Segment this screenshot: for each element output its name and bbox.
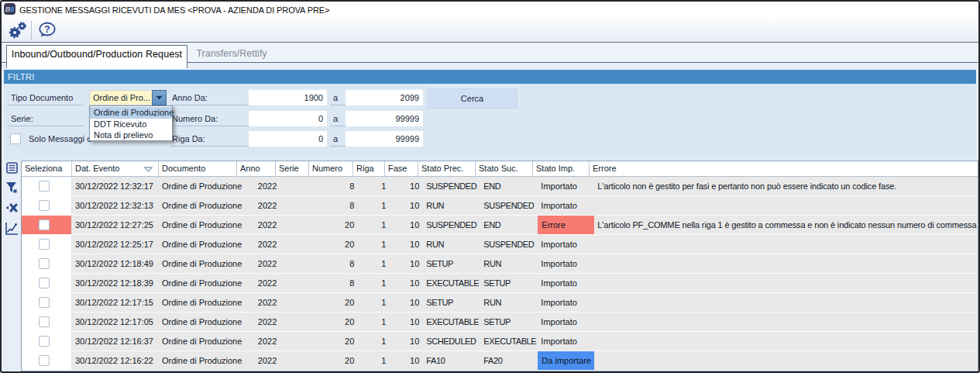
row-checkbox[interactable] bbox=[39, 181, 50, 192]
cell-documento: Ordine di Produzione bbox=[159, 293, 242, 312]
row-checkbox[interactable] bbox=[39, 297, 50, 308]
cell-anno: 2022 bbox=[242, 177, 280, 195]
toolbar-separator bbox=[31, 21, 32, 40]
row-checkbox[interactable] bbox=[39, 316, 50, 327]
numero-a-input[interactable]: 99999 bbox=[346, 111, 423, 126]
column-header-stato-prec[interactable]: Stato Prec. bbox=[418, 161, 476, 177]
cell-numero: 20 bbox=[314, 235, 358, 254]
row-select-cell bbox=[22, 235, 72, 254]
grid-row[interactable]: 30/12/2022 12:17:05Ordine di Produzione2… bbox=[22, 313, 978, 332]
riga-da-label: Riga Da: bbox=[170, 131, 249, 147]
cell-stato-prec: RUN bbox=[423, 196, 480, 215]
column-header-riga[interactable]: Riga bbox=[353, 161, 385, 177]
column-header-numero[interactable]: Numero bbox=[309, 161, 353, 177]
riga-a-input[interactable]: 99999 bbox=[346, 131, 423, 147]
grid-row[interactable]: 30/12/2022 12:16:22Ordine di Produzione2… bbox=[22, 351, 978, 371]
cell-stato-prec: FA10 bbox=[423, 351, 480, 370]
cell-documento: Ordine di Produzione bbox=[159, 177, 242, 195]
status-badge: Errore bbox=[538, 216, 594, 234]
cell-fase: 10 bbox=[390, 177, 423, 195]
grid-row[interactable]: 30/12/2022 12:32:17Ordine di Produzione2… bbox=[22, 177, 978, 196]
cell-serie bbox=[280, 196, 314, 215]
cell-stato-suc: END bbox=[480, 216, 538, 234]
anno-da-label: Anno Da: bbox=[170, 90, 249, 105]
clear-filter-button[interactable] bbox=[3, 199, 20, 216]
row-checkbox[interactable] bbox=[39, 278, 50, 288]
help-button[interactable]: ? bbox=[36, 21, 58, 40]
grid-row[interactable]: 30/12/2022 12:18:39Ordine di Produzione2… bbox=[22, 274, 978, 293]
grid-row[interactable]: 30/12/2022 12:16:37Ordine di Produzione2… bbox=[22, 332, 978, 351]
column-header-stato-imp[interactable]: Stato Imp. bbox=[533, 161, 590, 177]
cell-errore: L'articolo non è gestito per fasi e pert… bbox=[594, 177, 980, 195]
row-select-cell bbox=[22, 293, 72, 312]
chart-button[interactable] bbox=[3, 220, 20, 237]
cell-errore bbox=[594, 351, 980, 370]
dropdown-option[interactable]: Ordine di Produzione bbox=[90, 107, 172, 119]
cell-documento: Ordine di Produzione bbox=[159, 274, 242, 292]
column-header-dat-evento[interactable]: Dat. Evento bbox=[72, 161, 159, 177]
column-header-serie[interactable]: Serie bbox=[276, 161, 309, 177]
cell-errore bbox=[594, 274, 980, 292]
cell-documento: Ordine di Produzione bbox=[159, 254, 242, 273]
tipo-documento-dropdown: Ordine di ProduzioneDDT RicevutoNota di … bbox=[89, 105, 173, 141]
row-checkbox[interactable] bbox=[39, 200, 50, 211]
row-checkbox[interactable] bbox=[39, 336, 50, 347]
cell-riga: 1 bbox=[358, 254, 390, 273]
anno-a-input[interactable]: 2099 bbox=[346, 90, 423, 105]
settings-button[interactable] bbox=[6, 21, 28, 40]
cell-riga: 1 bbox=[358, 293, 390, 312]
numero-a-label: a bbox=[330, 111, 346, 126]
clear-filter-icon bbox=[5, 202, 18, 214]
column-header-anno[interactable]: Anno bbox=[237, 161, 276, 177]
cell-stato-imp: Errore bbox=[538, 216, 594, 234]
cell-dat-evento: 30/12/2022 12:32:13 bbox=[72, 196, 159, 215]
cell-fase: 10 bbox=[390, 235, 423, 254]
grid-row[interactable]: 30/12/2022 12:27:25Ordine di Produzione2… bbox=[22, 216, 978, 235]
column-header-documento[interactable]: Documento bbox=[159, 161, 237, 177]
cell-numero: 8 bbox=[314, 196, 358, 215]
anno-a-label: a bbox=[330, 90, 346, 105]
combo-dropdown-button[interactable] bbox=[152, 90, 167, 105]
column-header-errore[interactable]: Errore bbox=[590, 161, 978, 177]
row-checkbox[interactable] bbox=[39, 219, 50, 230]
messages-grid: SelezionaDat. EventoDocumentoAnnoSerieNu… bbox=[21, 161, 978, 371]
cell-documento: Ordine di Produzione bbox=[159, 351, 242, 370]
title-bar: B8 GESTIONE MESSAGGI RICEVUTI DA MES <PR… bbox=[2, 2, 978, 19]
column-header-seleziona[interactable]: Seleziona bbox=[22, 161, 72, 177]
cell-documento: Ordine di Produzione bbox=[159, 332, 242, 351]
numero-da-input[interactable]: 0 bbox=[249, 111, 327, 126]
grid-row[interactable]: 30/12/2022 12:32:13Ordine di Produzione2… bbox=[22, 196, 978, 216]
row-checkbox[interactable] bbox=[39, 355, 50, 366]
grid-row[interactable]: 30/12/2022 12:18:49Ordine di Produzione2… bbox=[22, 254, 978, 274]
cell-stato-suc: END bbox=[480, 177, 538, 195]
row-select-cell bbox=[22, 196, 72, 215]
grid-row[interactable]: 30/12/2022 12:25:17Ordine di Produzione2… bbox=[22, 235, 978, 254]
dropdown-option[interactable]: DDT Ricevuto bbox=[90, 119, 172, 130]
riga-da-input[interactable]: 0 bbox=[249, 131, 327, 147]
cell-stato-prec: SCHEDULED bbox=[423, 332, 480, 351]
tipo-documento-combo[interactable]: Ordine di Pro... bbox=[89, 90, 167, 105]
cell-serie bbox=[280, 216, 314, 234]
dropdown-option[interactable]: Nota di prelievo bbox=[90, 130, 172, 141]
row-checkbox[interactable] bbox=[39, 239, 50, 250]
cerca-button[interactable]: Cerca bbox=[427, 88, 518, 109]
list-view-button[interactable] bbox=[3, 159, 20, 176]
cell-serie bbox=[280, 235, 314, 254]
cell-anno: 2022 bbox=[242, 313, 280, 331]
grid-row[interactable]: 30/12/2022 12:17:15Ordine di Produzione2… bbox=[22, 293, 978, 313]
cell-anno: 2022 bbox=[242, 196, 280, 215]
cell-documento: Ordine di Produzione bbox=[159, 235, 242, 254]
column-header-stato-suc[interactable]: Stato Suc. bbox=[476, 161, 533, 177]
anno-da-input[interactable]: 1900 bbox=[249, 90, 327, 105]
cell-anno: 2022 bbox=[242, 216, 280, 234]
cell-numero: 8 bbox=[314, 254, 358, 273]
cell-anno: 2022 bbox=[242, 332, 280, 351]
column-header-fase[interactable]: Fase bbox=[385, 161, 418, 177]
tab-inbound-outbound[interactable]: Inbound/Outbound/Production Request bbox=[6, 45, 187, 68]
solo-messaggi-checkbox[interactable] bbox=[10, 133, 21, 144]
tab-transfers-rettify[interactable]: Transfers/Rettify bbox=[187, 45, 276, 63]
cell-dat-evento: 30/12/2022 12:17:15 bbox=[72, 293, 159, 312]
row-checkbox[interactable] bbox=[39, 258, 50, 269]
status-badge: Da importare bbox=[538, 351, 594, 370]
filter-funnel-button[interactable] bbox=[3, 179, 20, 196]
